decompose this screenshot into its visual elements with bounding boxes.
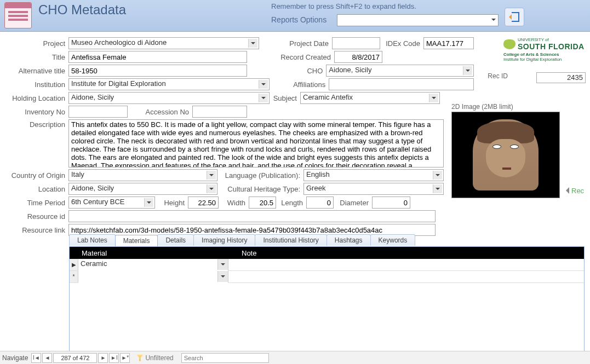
tab-strip: Lab NotesMaterialsDetailsImaging History…: [69, 234, 585, 246]
label-width: Width: [219, 199, 249, 207]
accession-input[interactable]: [192, 106, 247, 118]
location-combo[interactable]: Aidone, Sicily: [68, 183, 217, 195]
resource-id-input[interactable]: [68, 210, 436, 222]
image-frame[interactable]: [451, 112, 560, 198]
label-alt-title: Alternative title: [5, 67, 68, 75]
label-location: Location: [5, 185, 68, 193]
grid-new-row[interactable]: *: [70, 271, 584, 283]
tab-keywords[interactable]: Keywords: [370, 234, 416, 246]
material-new-combo[interactable]: [78, 271, 228, 283]
nav-first-button[interactable]: I◄: [31, 353, 41, 363]
institution-combo[interactable]: Institute for Digital Exploration: [68, 78, 270, 90]
record-side-nav[interactable]: Rec: [563, 184, 590, 197]
nav-next-button[interactable]: ►: [98, 353, 108, 363]
form-title: CHO Metadata: [38, 2, 126, 18]
description-textarea[interactable]: This antefix dates to 550 BC. It is made…: [68, 119, 444, 167]
label-holding: Holding Location: [5, 94, 68, 102]
label-inventory: Inventory No: [5, 108, 68, 116]
width-input[interactable]: [249, 197, 276, 209]
affiliations-input[interactable]: [329, 78, 474, 90]
label-resource-id: Resource id: [5, 212, 68, 221]
label-affiliations: Affiliations: [271, 80, 329, 89]
label-language: Language (Publication):: [217, 171, 303, 180]
nav-label: Navigate: [2, 354, 28, 362]
reports-label: Reports Options: [271, 15, 326, 24]
label-idex: IDEx Code: [380, 39, 423, 48]
alt-title-input[interactable]: [68, 65, 247, 77]
inventory-input[interactable]: [68, 106, 128, 118]
label-height: Height: [155, 199, 188, 207]
tab-imaging-history[interactable]: Imaging History: [193, 234, 255, 246]
tab-hashtags[interactable]: Hashtags: [326, 234, 371, 246]
label-resource-link: Resource link: [5, 226, 68, 234]
grid-row[interactable]: ▶ Ceramic: [70, 259, 584, 271]
nav-position[interactable]: 287 of 472: [53, 353, 97, 363]
label-accession: Accession No: [128, 108, 192, 116]
tab-materials[interactable]: Materials: [115, 235, 158, 246]
label-cho: CHO: [271, 67, 326, 75]
label-subject: Subject: [271, 94, 300, 102]
label-title: Title: [5, 53, 68, 61]
record-created-input[interactable]: [334, 51, 382, 63]
length-input[interactable]: [306, 197, 334, 209]
label-time-period: Time Period: [5, 199, 68, 207]
title-input[interactable]: [68, 51, 247, 63]
cht-combo[interactable]: Greek: [303, 183, 444, 195]
nav-prev-button[interactable]: ◄: [42, 353, 52, 363]
reports-select[interactable]: [337, 14, 499, 26]
form-icon: [4, 2, 32, 28]
nav-new-button[interactable]: ►*: [120, 353, 130, 363]
funnel-icon: [136, 355, 143, 361]
filter-indicator[interactable]: Unfiltered: [136, 354, 173, 362]
label-project: Project: [5, 39, 68, 48]
nav-search-input[interactable]: [181, 353, 269, 363]
cho-combo[interactable]: Aidone, Sicily: [326, 65, 474, 77]
note-cell[interactable]: [228, 259, 584, 270]
record-navigator: Navigate I◄ ◄ 287 of 472 ► ►I ►* Unfilte…: [0, 351, 590, 364]
label-diameter: Diameter: [334, 199, 372, 207]
project-combo[interactable]: Museo Archeologico di Aidone: [68, 37, 259, 49]
label-record-created: Record Created: [271, 53, 334, 61]
label-project-date: Project Date: [271, 39, 332, 48]
image-caption: 2D Image (2MB limit): [451, 103, 561, 111]
label-institution: Institution: [5, 80, 68, 89]
subject-combo[interactable]: Ceramic Antefix: [300, 92, 440, 104]
tab-institutional-history[interactable]: Institutional History: [255, 234, 326, 246]
exit-button[interactable]: [505, 8, 524, 26]
height-input[interactable]: [188, 197, 219, 209]
form-header: CHO Metadata Remember to press Shift+F2 …: [0, 0, 590, 32]
hint-text: Remember to press Shift+F2 to expand fie…: [271, 2, 416, 10]
label-length: Length: [276, 199, 306, 207]
new-row-icon: *: [70, 271, 78, 282]
idex-input[interactable]: [423, 37, 474, 49]
holding-combo[interactable]: Aidone, Sicily: [68, 92, 270, 104]
tab-lab-notes[interactable]: Lab Notes: [69, 234, 116, 246]
row-selector-icon[interactable]: ▶: [70, 259, 78, 270]
diameter-input[interactable]: [372, 197, 410, 209]
label-recid: Rec ID: [488, 72, 508, 80]
grid-header: Material Note: [70, 247, 584, 259]
label-country: Country of Origin: [5, 171, 68, 180]
note-new-cell[interactable]: [228, 271, 584, 282]
recid-display: 2435: [536, 72, 586, 83]
material-cell-combo[interactable]: Ceramic: [78, 259, 228, 271]
language-combo[interactable]: English: [303, 169, 444, 181]
project-date-input[interactable]: [332, 37, 380, 49]
materials-panel: Material Note ▶ Ceramic *: [69, 246, 585, 364]
country-combo[interactable]: Italy: [68, 169, 217, 181]
nav-last-button[interactable]: ►I: [109, 353, 119, 363]
label-description: Description: [5, 119, 68, 129]
tab-details[interactable]: Details: [157, 234, 194, 246]
label-cht: Cultural Heritage Type:: [217, 185, 303, 193]
artifact-image: [473, 119, 539, 190]
time-period-combo[interactable]: 6th Century BCE: [68, 197, 155, 209]
usf-logo: UNIVERSITY of SOUTH FLORIDA College of A…: [503, 37, 586, 62]
